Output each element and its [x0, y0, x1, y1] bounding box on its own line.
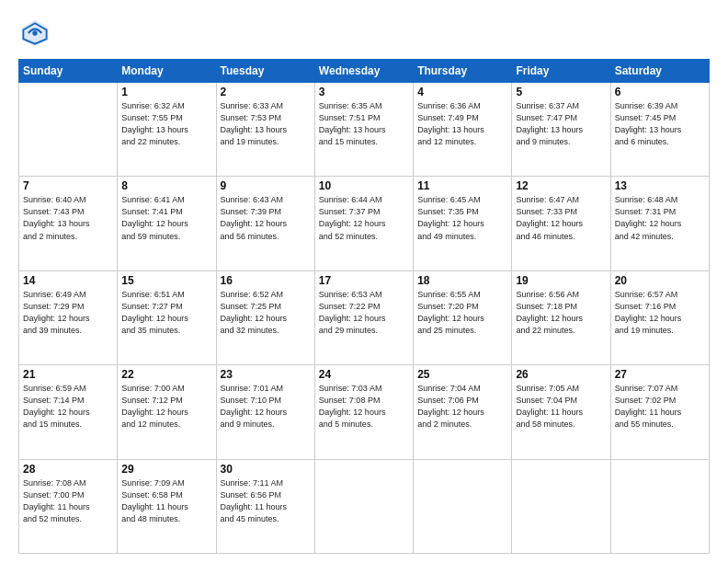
day-cell: 22Sunrise: 7:00 AM Sunset: 7:12 PM Dayli…: [118, 365, 216, 459]
day-cell: 26Sunrise: 7:05 AM Sunset: 7:04 PM Dayli…: [512, 365, 610, 459]
calendar-table: SundayMondayTuesdayWednesdayThursdayFrid…: [18, 59, 710, 554]
day-cell: 17Sunrise: 6:53 AM Sunset: 7:22 PM Dayli…: [314, 270, 413, 364]
week-row-1: 7Sunrise: 6:40 AM Sunset: 7:43 PM Daylig…: [19, 177, 710, 270]
day-number: 19: [516, 274, 606, 287]
day-info: Sunrise: 6:44 AM Sunset: 7:37 PM Dayligh…: [319, 194, 409, 242]
day-info: Sunrise: 6:57 AM Sunset: 7:16 PM Dayligh…: [615, 289, 705, 337]
day-info: Sunrise: 6:48 AM Sunset: 7:31 PM Dayligh…: [615, 194, 705, 242]
page: SundayMondayTuesdayWednesdayThursdayFrid…: [0, 0, 728, 563]
logo-icon: [18, 17, 51, 50]
day-info: Sunrise: 7:09 AM Sunset: 6:58 PM Dayligh…: [121, 477, 211, 525]
day-header-monday: Monday: [118, 60, 216, 83]
day-number: 7: [23, 179, 113, 192]
day-cell: 18Sunrise: 6:55 AM Sunset: 7:20 PM Dayli…: [414, 270, 512, 364]
day-cell: 6Sunrise: 6:39 AM Sunset: 7:45 PM Daylig…: [610, 83, 709, 177]
day-cell: [19, 83, 118, 177]
day-cell: 12Sunrise: 6:47 AM Sunset: 7:33 PM Dayli…: [512, 177, 610, 270]
day-number: 25: [417, 368, 507, 381]
day-info: Sunrise: 6:40 AM Sunset: 7:43 PM Dayligh…: [23, 194, 113, 242]
day-header-saturday: Saturday: [610, 60, 709, 83]
day-cell: [512, 459, 610, 553]
day-header-wednesday: Wednesday: [314, 60, 413, 83]
day-info: Sunrise: 7:04 AM Sunset: 7:06 PM Dayligh…: [417, 383, 507, 431]
day-info: Sunrise: 7:01 AM Sunset: 7:10 PM Dayligh…: [221, 383, 311, 431]
day-header-tuesday: Tuesday: [216, 60, 314, 83]
day-header-friday: Friday: [512, 60, 610, 83]
day-cell: 21Sunrise: 6:59 AM Sunset: 7:14 PM Dayli…: [19, 365, 118, 459]
day-cell: 7Sunrise: 6:40 AM Sunset: 7:43 PM Daylig…: [19, 177, 118, 270]
day-number: 20: [615, 274, 705, 287]
day-info: Sunrise: 7:08 AM Sunset: 7:00 PM Dayligh…: [23, 477, 113, 525]
day-cell: 30Sunrise: 7:11 AM Sunset: 6:56 PM Dayli…: [216, 459, 314, 553]
header: [18, 17, 710, 50]
day-cell: 20Sunrise: 6:57 AM Sunset: 7:16 PM Dayli…: [610, 270, 709, 364]
day-number: 13: [615, 179, 705, 192]
day-number: 2: [221, 86, 311, 98]
day-cell: 4Sunrise: 6:36 AM Sunset: 7:49 PM Daylig…: [414, 83, 512, 177]
day-number: 6: [615, 86, 705, 98]
day-info: Sunrise: 6:56 AM Sunset: 7:18 PM Dayligh…: [516, 289, 606, 337]
day-cell: 29Sunrise: 7:09 AM Sunset: 6:58 PM Dayli…: [118, 459, 216, 553]
day-number: 18: [417, 274, 507, 287]
day-info: Sunrise: 6:49 AM Sunset: 7:29 PM Dayligh…: [23, 289, 113, 337]
day-number: 12: [516, 179, 606, 192]
week-row-3: 21Sunrise: 6:59 AM Sunset: 7:14 PM Dayli…: [19, 365, 710, 459]
day-cell: 5Sunrise: 6:37 AM Sunset: 7:47 PM Daylig…: [512, 83, 610, 177]
day-info: Sunrise: 6:59 AM Sunset: 7:14 PM Dayligh…: [23, 383, 113, 431]
day-info: Sunrise: 6:37 AM Sunset: 7:47 PM Dayligh…: [516, 100, 606, 148]
day-number: 5: [516, 86, 606, 98]
day-info: Sunrise: 6:55 AM Sunset: 7:20 PM Dayligh…: [417, 289, 507, 337]
day-info: Sunrise: 6:51 AM Sunset: 7:27 PM Dayligh…: [121, 289, 211, 337]
day-cell: 19Sunrise: 6:56 AM Sunset: 7:18 PM Dayli…: [512, 270, 610, 364]
day-number: 14: [23, 274, 113, 287]
day-info: Sunrise: 7:11 AM Sunset: 6:56 PM Dayligh…: [221, 477, 311, 525]
day-cell: 25Sunrise: 7:04 AM Sunset: 7:06 PM Dayli…: [414, 365, 512, 459]
day-number: 26: [516, 368, 606, 381]
day-number: 27: [615, 368, 705, 381]
day-cell: 11Sunrise: 6:45 AM Sunset: 7:35 PM Dayli…: [414, 177, 512, 270]
day-number: 1: [121, 86, 211, 98]
day-info: Sunrise: 6:39 AM Sunset: 7:45 PM Dayligh…: [615, 100, 705, 148]
day-cell: 8Sunrise: 6:41 AM Sunset: 7:41 PM Daylig…: [118, 177, 216, 270]
day-number: 21: [23, 368, 113, 381]
day-cell: 1Sunrise: 6:32 AM Sunset: 7:55 PM Daylig…: [118, 83, 216, 177]
day-header-sunday: Sunday: [19, 60, 118, 83]
day-info: Sunrise: 6:53 AM Sunset: 7:22 PM Dayligh…: [319, 289, 409, 337]
day-info: Sunrise: 6:41 AM Sunset: 7:41 PM Dayligh…: [121, 194, 211, 242]
week-row-4: 28Sunrise: 7:08 AM Sunset: 7:00 PM Dayli…: [19, 459, 710, 553]
day-info: Sunrise: 7:05 AM Sunset: 7:04 PM Dayligh…: [516, 383, 606, 431]
day-cell: 24Sunrise: 7:03 AM Sunset: 7:08 PM Dayli…: [314, 365, 413, 459]
day-cell: 28Sunrise: 7:08 AM Sunset: 7:00 PM Dayli…: [19, 459, 118, 553]
day-number: 30: [221, 463, 311, 476]
day-info: Sunrise: 7:03 AM Sunset: 7:08 PM Dayligh…: [319, 383, 409, 431]
week-row-0: 1Sunrise: 6:32 AM Sunset: 7:55 PM Daylig…: [19, 83, 710, 177]
day-number: 28: [23, 463, 113, 476]
day-cell: 2Sunrise: 6:33 AM Sunset: 7:53 PM Daylig…: [216, 83, 314, 177]
day-cell: [610, 459, 709, 553]
day-number: 15: [121, 274, 211, 287]
day-info: Sunrise: 6:33 AM Sunset: 7:53 PM Dayligh…: [221, 100, 311, 148]
day-cell: [414, 459, 512, 553]
day-number: 10: [319, 179, 409, 192]
day-cell: 14Sunrise: 6:49 AM Sunset: 7:29 PM Dayli…: [19, 270, 118, 364]
day-cell: 15Sunrise: 6:51 AM Sunset: 7:27 PM Dayli…: [118, 270, 216, 364]
day-number: 29: [121, 463, 211, 476]
day-number: 4: [417, 86, 507, 98]
day-number: 22: [121, 368, 211, 381]
logo: [18, 17, 55, 50]
day-cell: 13Sunrise: 6:48 AM Sunset: 7:31 PM Dayli…: [610, 177, 709, 270]
day-info: Sunrise: 6:32 AM Sunset: 7:55 PM Dayligh…: [121, 100, 211, 148]
week-row-2: 14Sunrise: 6:49 AM Sunset: 7:29 PM Dayli…: [19, 270, 710, 364]
day-cell: 10Sunrise: 6:44 AM Sunset: 7:37 PM Dayli…: [314, 177, 413, 270]
day-number: 17: [319, 274, 409, 287]
day-number: 11: [417, 179, 507, 192]
day-info: Sunrise: 6:36 AM Sunset: 7:49 PM Dayligh…: [417, 100, 507, 148]
day-cell: 16Sunrise: 6:52 AM Sunset: 7:25 PM Dayli…: [216, 270, 314, 364]
day-info: Sunrise: 7:07 AM Sunset: 7:02 PM Dayligh…: [615, 383, 705, 431]
day-number: 3: [319, 86, 409, 98]
day-info: Sunrise: 6:47 AM Sunset: 7:33 PM Dayligh…: [516, 194, 606, 242]
day-number: 8: [121, 179, 211, 192]
day-cell: 27Sunrise: 7:07 AM Sunset: 7:02 PM Dayli…: [610, 365, 709, 459]
svg-point-2: [32, 30, 37, 35]
day-info: Sunrise: 6:35 AM Sunset: 7:51 PM Dayligh…: [319, 100, 409, 148]
